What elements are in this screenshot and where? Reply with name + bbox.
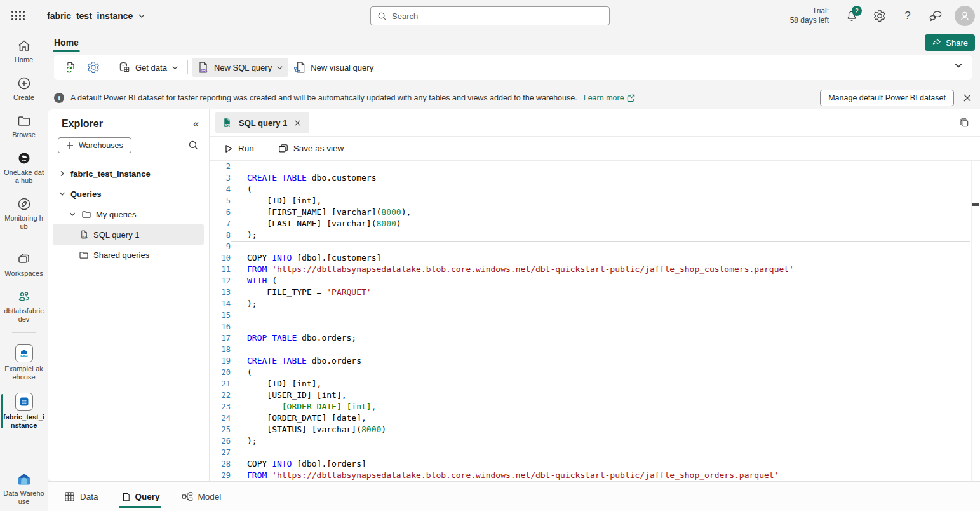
manage-dataset-button[interactable]: Manage default Power BI dataset: [820, 90, 954, 106]
copy-button[interactable]: [959, 118, 970, 128]
code-line[interactable]: 17DROP TABLE dbo.orders;: [210, 332, 980, 344]
code-line[interactable]: 12WITH (: [210, 275, 980, 287]
code-line[interactable]: 20(: [210, 367, 980, 378]
help-button[interactable]: ?: [895, 3, 920, 29]
rail-item-home[interactable]: Home: [2, 38, 46, 64]
tab-home[interactable]: Home: [51, 32, 81, 53]
code-line[interactable]: 18: [210, 344, 980, 355]
tree-item-shared-queries[interactable]: Shared queries: [53, 245, 204, 265]
code-line[interactable]: 15: [210, 310, 980, 321]
query-settings-button[interactable]: [82, 58, 105, 77]
code-line[interactable]: 8);: [210, 229, 980, 241]
refresh-button[interactable]: [59, 58, 82, 77]
collapse-explorer-button[interactable]: «: [193, 118, 199, 130]
code-line[interactable]: 9: [210, 241, 980, 252]
info-icon: i: [54, 93, 64, 103]
monitoring-icon: [17, 196, 32, 212]
feedback-icon: [929, 10, 943, 22]
code-line[interactable]: 13 FILE_TYPE = 'PARQUET': [210, 287, 980, 298]
code-line[interactable]: 2: [210, 161, 980, 172]
close-tab-icon[interactable]: [293, 119, 302, 127]
sql-code-editor[interactable]: 23CREATE TABLE dbo.customers4(5 [ID] [in…: [210, 161, 980, 481]
workspace-switcher[interactable]: fabric_test_instance: [47, 11, 145, 21]
code-line[interactable]: 10COPY INTO [dbo].[customers]: [210, 252, 980, 264]
rail-item-onelake-data-hub[interactable]: OneLake data hub: [2, 151, 46, 185]
query-toolbar: Run Save as view: [210, 137, 980, 161]
settings-button[interactable]: [867, 3, 892, 29]
play-icon: [224, 144, 233, 153]
tree-item-warehouse[interactable]: fabric_test_instance: [53, 163, 204, 184]
code-line[interactable]: 24 [ORDER_DATE] [date],: [210, 412, 980, 424]
new-sql-query-button[interactable]: SQL New SQL query: [192, 58, 288, 77]
view-tab-query[interactable]: Query: [119, 482, 161, 511]
rail-item-workspaces[interactable]: Workspaces: [2, 252, 46, 278]
code-line[interactable]: 14);: [210, 298, 980, 310]
view-tab-data[interactable]: Data: [63, 482, 100, 511]
rail-item-examplelakehouse[interactable]: ExampleLakehouse: [2, 344, 46, 381]
code-line[interactable]: 19CREATE TABLE dbo.orders: [210, 355, 980, 367]
code-line[interactable]: 28COPY INTO [dbo].[orders]: [210, 458, 980, 470]
learn-more-link[interactable]: Learn more: [584, 93, 635, 102]
workspaces-icon: [17, 252, 32, 267]
share-icon: [932, 38, 941, 47]
rail-item-fabric-test-instance[interactable]: fabric_test_instance: [2, 393, 46, 430]
run-button[interactable]: Run: [220, 141, 258, 156]
editor-scrollbar[interactable]: [971, 161, 980, 481]
get-data-button[interactable]: Get data: [113, 58, 184, 77]
code-line[interactable]: 29FROM 'https://dbtlabsynapsedatalake.bl…: [210, 470, 980, 481]
code-line[interactable]: 11FROM 'https://dbtlabsynapsedatalake.bl…: [210, 264, 980, 275]
tree-item-sql-query-1[interactable]: SQL SQL query 1: [53, 224, 204, 245]
svg-text:SQL: SQL: [82, 235, 88, 238]
share-button[interactable]: Share: [925, 34, 975, 51]
code-line[interactable]: 21 [ID] [int],: [210, 378, 980, 390]
code-line[interactable]: 4(: [210, 184, 980, 195]
query-doc-icon: [120, 491, 130, 502]
line-number: 12: [210, 275, 231, 287]
search-placeholder: Search: [392, 11, 418, 21]
lakehouse-icon: [15, 344, 33, 362]
rail-item-data-warehouse[interactable]: Data Warehouse: [2, 472, 46, 506]
app-launcher-button[interactable]: [4, 0, 33, 32]
collapse-ribbon-button[interactable]: [954, 61, 963, 70]
account-avatar[interactable]: [955, 6, 975, 26]
line-number: 5: [210, 195, 231, 207]
new-visual-query-button[interactable]: New visual query: [288, 58, 379, 77]
explorer-search-button[interactable]: [188, 140, 199, 151]
query-tab-sql-query-1[interactable]: SQL SQL query 1: [215, 112, 309, 133]
notifications-button[interactable]: 2: [839, 3, 864, 29]
banner-message: A default Power BI dataset for faster re…: [70, 93, 577, 102]
save-as-view-button[interactable]: Save as view: [274, 141, 348, 156]
feedback-button[interactable]: [923, 3, 948, 29]
line-number: 15: [210, 310, 231, 321]
code-line[interactable]: 5 [ID] [int],: [210, 195, 980, 207]
code-line[interactable]: 3CREATE TABLE dbo.customers: [210, 172, 980, 184]
plus-circle-icon: [17, 76, 32, 91]
rail-divider: [12, 240, 36, 240]
explorer-panel: Explorer « Warehouses fabric_test_instan…: [48, 109, 210, 481]
add-warehouses-button[interactable]: Warehouses: [58, 137, 131, 153]
line-number: 24: [210, 412, 231, 424]
rail-item-create[interactable]: Create: [2, 76, 46, 102]
rail-item-browse[interactable]: Browse: [2, 113, 46, 139]
global-search[interactable]: Search: [370, 6, 610, 25]
external-link-icon: [627, 94, 635, 102]
line-number: 16: [210, 321, 231, 332]
code-line[interactable]: 22 [USER_ID] [int],: [210, 390, 980, 401]
tree-item-my-queries[interactable]: My queries: [53, 204, 204, 224]
folder-icon: [81, 209, 92, 219]
code-line[interactable]: 23 -- [ORDER_DATE] [int],: [210, 401, 980, 412]
rail-item-monitoring-hub[interactable]: Monitoring hub: [2, 196, 46, 231]
code-line[interactable]: 7 [LAST_NAME] [varchar](8000): [210, 218, 980, 229]
code-line[interactable]: 6 [FIRST_NAME] [varchar](8000),: [210, 207, 980, 218]
code-line[interactable]: 16: [210, 321, 980, 332]
code-line[interactable]: 26);: [210, 435, 980, 447]
code-line[interactable]: 25 [STATUS] [varchar](8000): [210, 424, 980, 435]
view-tab-model[interactable]: Model: [180, 482, 223, 511]
tree-item-queries[interactable]: Queries: [53, 184, 204, 204]
banner-close-button[interactable]: [963, 93, 972, 102]
line-number: 23: [210, 401, 231, 412]
code-line[interactable]: 27: [210, 447, 980, 458]
rail-item-dbtlabsfabricdev[interactable]: dbtlabsfabricdev: [2, 289, 46, 324]
explorer-tree: fabric_test_instance Queries My queries …: [48, 163, 209, 265]
line-number: 19: [210, 355, 231, 367]
